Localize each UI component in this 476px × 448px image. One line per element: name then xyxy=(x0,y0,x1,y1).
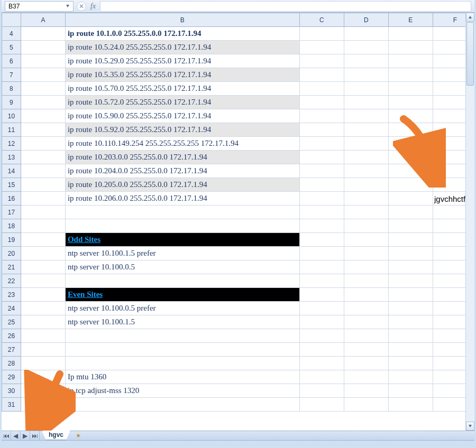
sheet-tab-active[interactable]: hgvc xyxy=(42,431,70,440)
cell[interactable] xyxy=(344,233,388,247)
cell[interactable] xyxy=(21,288,65,302)
cell[interactable] xyxy=(388,54,433,68)
cell[interactable] xyxy=(299,384,344,398)
cell[interactable] xyxy=(21,137,65,151)
cell[interactable] xyxy=(21,302,65,315)
cell[interactable] xyxy=(299,54,344,68)
cell[interactable] xyxy=(388,247,433,260)
row-header[interactable]: 18 xyxy=(2,219,21,233)
cell[interactable]: ip route 10.206.0.0 255.255.0.0 172.17.1… xyxy=(65,192,299,206)
cell[interactable] xyxy=(65,274,299,288)
row-header[interactable]: 29 xyxy=(2,370,21,384)
fx-icon[interactable]: fx xyxy=(90,2,96,11)
cell[interactable] xyxy=(344,82,388,96)
cell[interactable] xyxy=(299,343,344,357)
cell[interactable] xyxy=(388,178,433,192)
row-header[interactable]: 10 xyxy=(2,109,21,123)
cell[interactable] xyxy=(344,123,388,137)
cell[interactable] xyxy=(388,370,433,384)
row-header[interactable]: 31 xyxy=(2,398,21,412)
row-header[interactable]: 26 xyxy=(2,329,21,343)
cell[interactable]: ip route 10.110.149.254 255.255.255.255 … xyxy=(65,137,299,151)
cell[interactable] xyxy=(21,274,65,288)
cell[interactable] xyxy=(388,274,433,288)
cell[interactable] xyxy=(21,41,65,54)
cell[interactable]: ip route 10.204.0.0 255.255.0.0 172.17.1… xyxy=(65,164,299,178)
cell[interactable] xyxy=(344,288,388,302)
cell[interactable] xyxy=(21,109,65,123)
cell[interactable] xyxy=(299,370,344,384)
cell[interactable]: ip route 10.5.72.0 255.255.255.0 172.17.… xyxy=(65,96,299,109)
row-header[interactable]: 24 xyxy=(2,302,21,315)
cell[interactable] xyxy=(388,68,433,82)
cell[interactable] xyxy=(344,274,388,288)
cell[interactable] xyxy=(299,398,344,412)
cell[interactable] xyxy=(21,192,65,206)
cell[interactable] xyxy=(344,260,388,274)
cell[interactable] xyxy=(299,233,344,247)
cell[interactable] xyxy=(388,233,433,247)
row-header[interactable]: 15 xyxy=(2,178,21,192)
cell[interactable] xyxy=(21,68,65,82)
cell[interactable] xyxy=(299,247,344,260)
cell[interactable]: ntp server 10.100.0.5 prefer xyxy=(65,302,299,315)
cell[interactable] xyxy=(344,41,388,54)
cell[interactable] xyxy=(344,398,388,412)
cell[interactable] xyxy=(299,123,344,137)
cell[interactable] xyxy=(21,384,65,398)
row-header[interactable]: 8 xyxy=(2,82,21,96)
name-box[interactable]: B37 xyxy=(5,1,74,12)
cell[interactable] xyxy=(388,260,433,274)
cell[interactable] xyxy=(21,233,65,247)
cell[interactable] xyxy=(21,219,65,233)
cell[interactable] xyxy=(344,343,388,357)
cell[interactable]: ntp server 10.100.0.5 xyxy=(65,260,299,274)
cell[interactable] xyxy=(344,27,388,41)
row-header[interactable]: 17 xyxy=(2,206,21,219)
scroll-up-button[interactable] xyxy=(466,13,474,22)
cell[interactable] xyxy=(299,357,344,370)
col-header-C[interactable]: C xyxy=(299,13,344,27)
cell[interactable] xyxy=(388,96,433,109)
cell[interactable] xyxy=(65,343,299,357)
cell[interactable] xyxy=(388,82,433,96)
cell[interactable] xyxy=(21,178,65,192)
cell[interactable] xyxy=(21,370,65,384)
cell[interactable] xyxy=(21,123,65,137)
row-header[interactable]: 22 xyxy=(2,274,21,288)
scroll-thumb[interactable] xyxy=(466,22,474,86)
row-header[interactable]: 14 xyxy=(2,164,21,178)
cell[interactable] xyxy=(388,329,433,343)
tab-nav-next[interactable]: ▶ xyxy=(21,431,30,440)
cell[interactable]: ip tcp adjust-mss 1320 xyxy=(65,384,299,398)
cell[interactable] xyxy=(344,370,388,384)
cell[interactable] xyxy=(388,343,433,357)
spreadsheet-grid[interactable]: A B C D E F 4ip route 10.1.0.0 255.255.0… xyxy=(2,13,474,431)
cell[interactable] xyxy=(65,219,299,233)
cell[interactable] xyxy=(344,137,388,151)
cell[interactable] xyxy=(21,164,65,178)
row-header[interactable]: 9 xyxy=(2,96,21,109)
cell[interactable] xyxy=(388,288,433,302)
cell[interactable] xyxy=(388,315,433,329)
cell[interactable] xyxy=(388,206,433,219)
row-header[interactable]: 5 xyxy=(2,41,21,54)
cell[interactable] xyxy=(344,192,388,206)
cell[interactable] xyxy=(344,68,388,82)
row-header[interactable]: 19 xyxy=(2,233,21,247)
cell[interactable]: Ip mtu 1360 xyxy=(65,370,299,384)
cell[interactable]: ip route 10.5.24.0 255.255.255.0 172.17.… xyxy=(65,41,299,54)
cell[interactable] xyxy=(65,329,299,343)
cell[interactable]: Even Sites xyxy=(65,288,299,302)
cell[interactable] xyxy=(344,315,388,329)
cell[interactable]: ntp server 10.100.1.5 xyxy=(65,315,299,329)
new-sheet-button[interactable]: ✶ xyxy=(71,432,85,440)
cell[interactable] xyxy=(344,151,388,164)
cell[interactable] xyxy=(388,384,433,398)
row-header[interactable]: 25 xyxy=(2,315,21,329)
cell[interactable] xyxy=(21,357,65,370)
tab-nav-first[interactable]: ⏮ xyxy=(2,431,11,440)
cell[interactable] xyxy=(344,357,388,370)
cell[interactable]: ip route 10.5.35.0 255.255.255.0 172.17.… xyxy=(65,68,299,82)
cell[interactable] xyxy=(388,123,433,137)
